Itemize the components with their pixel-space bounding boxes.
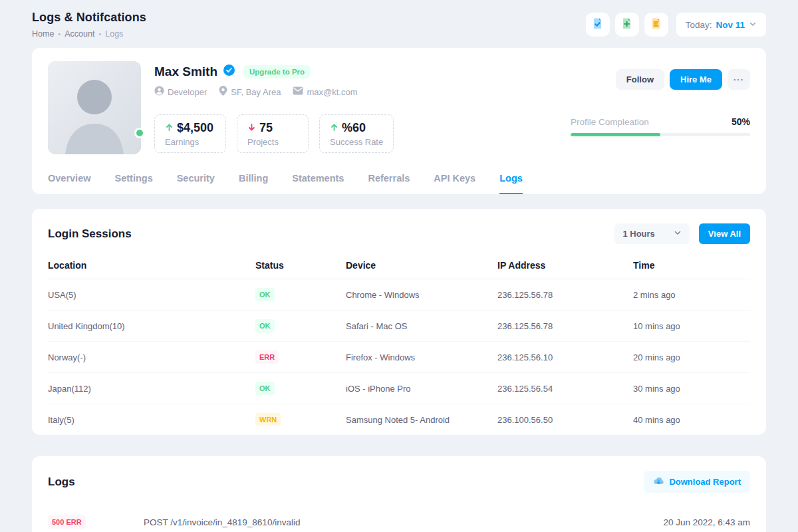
table-row: United Kingdom(10) OK Safari - Mac OS 23… (48, 311, 750, 342)
profile-role: Developer (154, 86, 207, 98)
user-icon (154, 86, 164, 98)
log-path: POST /v1/invoice/in_4819_8610/invalid (144, 517, 663, 527)
toolbar-actions: Today: Nov 11 (586, 13, 766, 37)
date-picker-label: Today: (686, 20, 712, 30)
tab-security[interactable]: Security (177, 169, 215, 194)
page-head: Logs & Notifcations Home• Account• Logs (32, 11, 146, 39)
arrow-up-icon (330, 121, 338, 135)
file-plus-icon (620, 17, 633, 32)
file-check-icon (591, 17, 604, 32)
file-plus-button[interactable] (615, 13, 639, 37)
table-row: Japan(112) OK iOS - iPhone Pro 236.125.5… (48, 373, 750, 404)
cell-location: United Kingdom(10) (48, 313, 255, 340)
page-title: Logs & Notifcations (32, 11, 146, 25)
table-row: Italy(5) WRN Samsung Noted 5- Android 23… (48, 404, 750, 435)
profile-side: Follow Hire Me ··· Profile Compleation 5… (571, 61, 750, 154)
cell-location: USA(5) (48, 281, 255, 309)
log-date: 20 Jun 2022, 6:43 am (663, 517, 750, 527)
stat-projects-label: Projects (247, 137, 298, 147)
tab-api-keys[interactable]: API Keys (434, 169, 475, 194)
hours-filter-value: 1 Hours (622, 229, 654, 239)
cell-location: Norway(-) (48, 344, 255, 371)
more-options-button[interactable]: ··· (728, 69, 750, 90)
cell-device: Safari - Mac OS (346, 313, 497, 340)
tab-overview[interactable]: Overview (48, 169, 91, 194)
chevron-down-icon (674, 229, 682, 239)
column-device: Device (346, 251, 497, 279)
profile-role-label: Developer (168, 87, 207, 97)
cell-device: Samsung Noted 5- Android (346, 406, 497, 434)
table-header-row: Location Status Device IP Address Time (48, 251, 750, 279)
profile-completion: Profile Compleation 50% (571, 116, 750, 136)
cell-ip: 236.125.56.54 (497, 375, 633, 402)
stat-success-rate: %60 Success Rate (319, 114, 394, 153)
avatar (48, 61, 141, 154)
tab-billing[interactable]: Billing (239, 169, 268, 194)
cell-time: 20 mins ago (633, 344, 750, 371)
view-all-button[interactable]: View All (699, 223, 750, 244)
column-location: Location (48, 251, 255, 279)
table-row: USA(5) OK Chrome - Windows 236.125.56.78… (48, 279, 750, 311)
log-level-badge: 500 ERR (48, 515, 86, 529)
stat-earnings-label: Earnings (165, 137, 215, 147)
stat-success-rate-label: Success Rate (330, 137, 383, 147)
tab-settings[interactable]: Settings (115, 169, 153, 194)
sessions-title: Login Sessions (48, 227, 132, 241)
breadcrumb-separator: • (58, 30, 61, 38)
toolbar: Logs & Notifcations Home• Account• Logs … (0, 0, 798, 48)
status-badge: OK (255, 288, 275, 301)
stat-success-rate-value: %60 (342, 121, 366, 135)
login-sessions-card: Login Sessions 1 Hours View All Location… (32, 209, 766, 435)
cell-ip: 236.100.56.50 (497, 406, 633, 434)
profile-email-label: max@kt.com (307, 87, 357, 97)
cell-device: iOS - iPhone Pro (346, 375, 497, 402)
hire-me-button[interactable]: Hire Me (670, 69, 722, 90)
profile-tabs: Overview Settings Security Billing State… (48, 169, 750, 194)
follow-button[interactable]: Follow (616, 69, 664, 90)
profile-location-label: SF, Bay Area (231, 87, 281, 97)
verified-check-icon (223, 64, 235, 79)
download-report-label: Download Report (669, 477, 741, 487)
hours-filter-select[interactable]: 1 Hours (614, 223, 689, 244)
column-status: Status (255, 251, 346, 279)
tab-logs[interactable]: Logs (499, 169, 523, 194)
download-report-button[interactable]: Download Report (644, 471, 750, 493)
breadcrumb-current: Logs (105, 29, 123, 39)
profile-name: Max Smith (154, 65, 217, 79)
breadcrumb: Home• Account• Logs (32, 29, 146, 39)
file-lines-button[interactable] (644, 13, 668, 37)
stat-earnings-value: $4,500 (177, 121, 213, 135)
cloud-download-icon (653, 476, 664, 487)
envelope-icon (293, 86, 303, 97)
progress-bar-track (571, 133, 750, 136)
tab-statements[interactable]: Statements (292, 169, 344, 194)
profile-card: Max Smith Upgrade to Pro Developer SF, B… (32, 48, 766, 194)
cell-device: Chrome - Windows (346, 281, 497, 309)
profile-location: SF, Bay Area (219, 86, 281, 98)
tab-referrals[interactable]: Referrals (368, 169, 410, 194)
date-picker[interactable]: Today: Nov 11 (676, 13, 766, 37)
column-time: Time (633, 251, 750, 279)
breadcrumb-separator: • (98, 30, 101, 38)
avatar-wrap (48, 61, 141, 154)
cell-ip: 236.125.56.78 (497, 313, 633, 340)
online-status-dot (134, 128, 145, 138)
file-lines-icon (650, 17, 662, 32)
stat-projects: 75 Projects (237, 114, 309, 153)
upgrade-pro-badge[interactable]: Upgrade to Pro (243, 65, 311, 78)
sessions-table: Location Status Device IP Address Time U… (48, 251, 750, 435)
progress-bar-fill (571, 133, 660, 136)
map-pin-icon (219, 86, 227, 98)
profile-completion-value: 50% (732, 116, 750, 127)
breadcrumb-account[interactable]: Account (65, 29, 94, 39)
table-row: Norway(-) ERR Firefox - Windows 236.125.… (48, 342, 750, 373)
log-row: 500 ERR POST /v1/invoice/in_4819_8610/in… (48, 515, 750, 529)
status-badge: WRN (255, 413, 281, 426)
profile-email: max@kt.com (293, 86, 357, 97)
breadcrumb-home[interactable]: Home (32, 29, 54, 39)
logs-card: Logs Download Report 500 ERR POST /v1/in… (32, 456, 766, 532)
cell-location: Japan(112) (48, 375, 255, 402)
file-check-button[interactable] (586, 13, 610, 37)
cell-ip: 236.125.56.10 (497, 344, 633, 371)
status-badge: ERR (255, 350, 279, 364)
